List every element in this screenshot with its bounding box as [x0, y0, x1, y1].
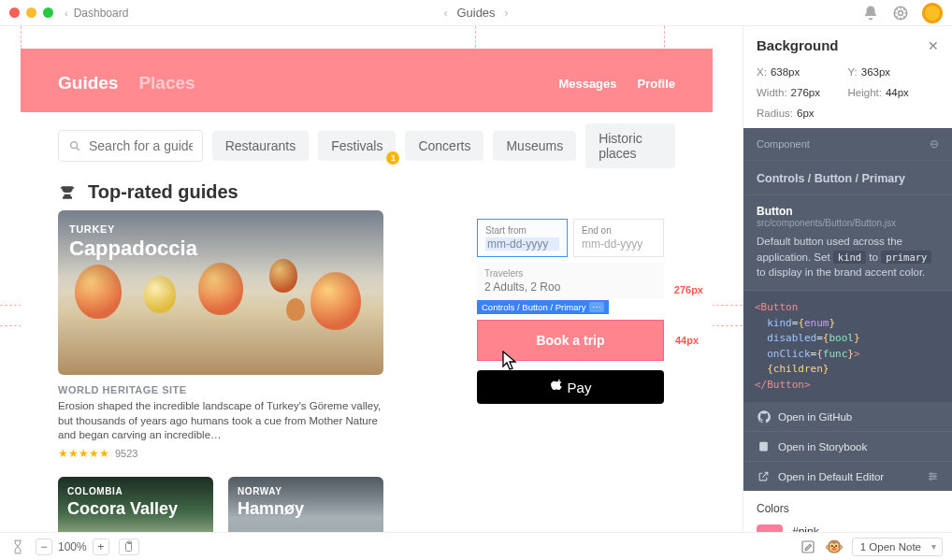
component-name: Button	[757, 205, 939, 218]
canvas[interactable]: Guides Places Messages Profile Restauran…	[0, 26, 743, 532]
zoom-in-button[interactable]: +	[93, 538, 109, 555]
prop-height-label: Height:	[848, 87, 882, 98]
end-date-value: mm-dd-yyyy	[582, 237, 656, 251]
svg-point-2	[71, 142, 78, 149]
component-tag-menu-icon[interactable]: ⋯	[589, 302, 604, 312]
color-name: #pink	[792, 525, 828, 532]
end-date-input[interactable]: End on mm-dd-yyyy	[573, 219, 664, 257]
end-date-label: End on	[582, 225, 656, 236]
prev-page-button[interactable]: ‹	[443, 7, 447, 20]
prop-x-label: X:	[757, 66, 767, 78]
storybook-icon	[757, 439, 771, 453]
component-code-snippet: <Button kind={enum} disabled={bool} onCl…	[743, 291, 952, 402]
cursor-icon	[502, 351, 519, 371]
maximize-window-icon[interactable]	[43, 7, 53, 18]
card-name: Cappadoccia	[69, 237, 197, 261]
color-swatch-row[interactable]: #pink #fe7e9b ⊖	[757, 524, 939, 532]
component-section-label: Component	[757, 138, 810, 150]
chip-museums[interactable]: Museums	[493, 131, 576, 161]
card-description: Erosion shaped the incredible landscape …	[58, 399, 383, 443]
next-page-button[interactable]: ›	[505, 7, 509, 20]
open-editor-link[interactable]: Open in Default Editor	[743, 461, 952, 491]
zoom-level: 100%	[58, 540, 87, 553]
search-input[interactable]	[58, 130, 203, 162]
inspector-properties: X:638px Y:363px Width:276px Height:44px …	[743, 63, 952, 128]
svg-point-1	[899, 10, 903, 15]
settings-icon[interactable]	[927, 470, 939, 482]
search-field[interactable]	[89, 138, 193, 153]
close-window-icon[interactable]	[9, 7, 20, 18]
app-header: Guides Places Messages Profile	[21, 49, 713, 112]
component-path: Controls / Button / Primary	[757, 172, 939, 185]
book-trip-label: Book a trip	[536, 333, 604, 348]
open-storybook-link[interactable]: Open in Storybook	[743, 431, 952, 461]
tab-guides[interactable]: Guides	[58, 73, 118, 93]
link-messages[interactable]: Messages	[558, 77, 616, 91]
chip-festivals[interactable]: Festivals 1	[318, 131, 396, 161]
open-editor-label: Open in Default Editor	[778, 471, 884, 482]
component-tag-label: Controls / Button / Primary	[482, 302, 585, 312]
external-link-icon	[757, 469, 771, 483]
width-annotation: 276px	[674, 284, 703, 295]
colors-section-label: Colors	[757, 502, 939, 515]
travelers-input[interactable]: Travelers 2 Adults, 2 Roo 276px Controls…	[477, 263, 664, 299]
tab-places[interactable]: Places	[138, 73, 195, 93]
search-icon	[68, 139, 81, 152]
inspector-panel: Background ✕ X:638px Y:363px Width:276px…	[743, 26, 952, 532]
open-github-link[interactable]: Open in GitHub	[743, 402, 952, 431]
collapse-icon[interactable]: ⊖	[930, 137, 939, 151]
pencil-box-icon[interactable]	[800, 538, 816, 555]
chip-concerts[interactable]: Concerts	[405, 131, 483, 161]
star-icons: ★★★★★	[58, 447, 109, 460]
color-swatch	[757, 524, 783, 532]
booking-panel: Start from mm-dd-yyyy End on mm-dd-yyyy …	[477, 219, 664, 404]
card-name: Hamnøy	[238, 499, 304, 519]
guide-card-cocora[interactable]: COLOMBIA Cocora Valley	[58, 477, 213, 532]
avatar[interactable]	[922, 3, 943, 23]
start-date-label: Start from	[485, 225, 559, 236]
book-trip-button[interactable]: Book a trip 44px	[477, 320, 664, 361]
apple-pay-button[interactable]: Pay	[477, 370, 664, 404]
start-date-input[interactable]: Start from mm-dd-yyyy	[477, 219, 568, 257]
breadcrumb[interactable]: Dashboard	[74, 7, 129, 20]
prop-width-label: Width:	[757, 87, 787, 98]
clipboard-icon[interactable]	[119, 538, 139, 555]
help-icon[interactable]	[892, 5, 909, 22]
svg-point-5	[933, 475, 935, 477]
prop-y-value: 363px	[861, 66, 890, 78]
monkey-icon[interactable]: 🐵	[826, 538, 843, 555]
card-rating: ★★★★★ 9523	[58, 447, 383, 460]
start-date-value: mm-dd-yyyy	[485, 237, 559, 251]
card-hero-image: TURKEY Cappadoccia	[58, 210, 383, 375]
open-github-label: Open in GitHub	[778, 411, 852, 423]
svg-rect-3	[759, 442, 768, 452]
apple-icon	[550, 380, 564, 395]
card-country: NORWAY	[238, 486, 282, 496]
zoom-out-button[interactable]: −	[36, 538, 52, 555]
back-button[interactable]: ‹	[65, 7, 68, 19]
prop-radius-value: 6px	[797, 108, 815, 119]
prop-x-value: 638px	[771, 66, 800, 78]
travelers-value: 2 Adults, 2 Roo	[484, 280, 656, 294]
bell-icon[interactable]	[862, 5, 879, 22]
card-country: TURKEY	[69, 223, 115, 235]
guide-card-hamnoy[interactable]: NORWAY Hamnøy	[228, 477, 383, 532]
chip-restaurants[interactable]: Restaurants	[212, 131, 309, 161]
close-inspector-button[interactable]: ✕	[928, 38, 939, 53]
trophy-icon	[58, 183, 77, 202]
card-tag: WORLD HERITAGE SITE	[58, 384, 383, 395]
chip-historic[interactable]: Historic places	[585, 123, 675, 168]
page-title: Guides	[456, 6, 495, 20]
notes-select[interactable]: 1 Open Note	[852, 538, 943, 556]
section-title: Top-rated guides	[88, 181, 238, 203]
minimize-window-icon[interactable]	[26, 7, 36, 18]
prop-y-label: Y:	[848, 66, 858, 78]
hourglass-icon	[9, 538, 26, 555]
card-name: Cocora Valley	[67, 499, 178, 519]
notes-select-label: 1 Open Note	[860, 541, 921, 553]
prop-radius-label: Radius:	[757, 108, 793, 119]
prop-width-value: 276px	[791, 87, 820, 98]
guide-card-cappadoccia[interactable]: TURKEY Cappadoccia WORLD HERITAGE SITE E…	[58, 210, 383, 460]
link-profile[interactable]: Profile	[638, 77, 675, 91]
svg-point-6	[930, 478, 931, 480]
